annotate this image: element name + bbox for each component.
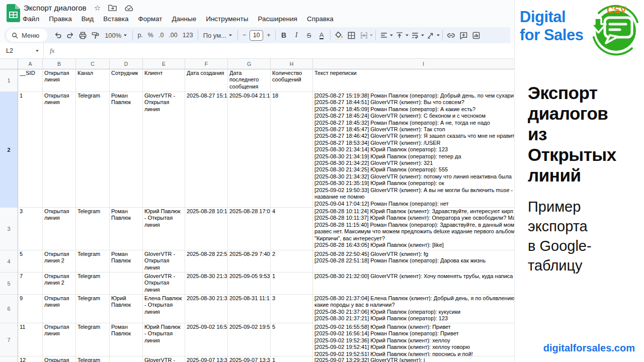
cell[interactable]: Открытая линия — [43, 356, 76, 362]
cell[interactable]: Открытая линия — [43, 208, 76, 250]
cell[interactable]: 2025-09-05 9:53 — [228, 273, 271, 295]
menu-item[interactable]: Расширения — [258, 15, 297, 23]
document-title[interactable]: Экспорт диалогов — [24, 4, 87, 12]
cell[interactable]: Открытая линия — [43, 323, 76, 356]
cell[interactable]: [2025-09-07 13:29:32] GloverVTR (клиент)… — [313, 356, 514, 362]
cell[interactable]: Открытая линия 2 — [43, 273, 76, 295]
cell[interactable]: GloverVTR - Открытая линия — [143, 250, 185, 273]
cell[interactable]: GloverVTR - Открытая линия — [143, 273, 185, 295]
merge-cells-button[interactable] — [358, 29, 370, 42]
fill-color-button[interactable] — [333, 29, 345, 42]
chevron-down-icon[interactable] — [369, 33, 373, 37]
column-header-H[interactable]: H — [271, 59, 313, 69]
chevron-down-icon[interactable] — [421, 33, 425, 37]
cell[interactable]: 3 — [18, 208, 43, 250]
menu-item[interactable]: Вставка — [103, 15, 128, 23]
cell[interactable]: Клиент — [143, 69, 185, 92]
menu-item[interactable]: Правка — [49, 15, 72, 23]
cell[interactable] — [110, 273, 143, 295]
cell[interactable]: 1 — [271, 273, 313, 295]
cell[interactable]: 2025-09-04 21:1 — [228, 92, 271, 208]
menu-item[interactable]: Инструменты — [206, 15, 248, 23]
cell[interactable]: Открытая линия — [43, 92, 76, 208]
format-percent-button[interactable]: % — [145, 32, 156, 39]
cell[interactable]: [2025-09-02 16:55:58] Юрий Павлюк (клиен… — [313, 323, 514, 356]
row-number[interactable]: 7 — [0, 323, 18, 356]
cell[interactable]: [2025-08-27 15:19:38] Роман Павлюк (опер… — [313, 92, 514, 208]
font-size-input[interactable]: 10 — [250, 30, 263, 41]
decrease-decimal-button[interactable]: .0 — [156, 32, 166, 39]
row-number[interactable]: 8 — [0, 356, 18, 362]
row-number[interactable]: 5 — [0, 273, 18, 295]
cell[interactable]: Юрий Павлюк — [110, 295, 143, 323]
menu-item[interactable]: Вид — [82, 15, 94, 23]
cell[interactable]: 2025-08-28 17:0 — [228, 208, 271, 250]
font-select[interactable]: По ум... — [200, 32, 235, 39]
zoom-select[interactable]: 100% — [102, 32, 130, 39]
cell[interactable]: [2025-08-28 10:11:24] Юрий Павлюк (клиен… — [313, 208, 514, 250]
cell[interactable]: 2025-09-07 13:3 — [228, 356, 271, 362]
cell[interactable]: 18 — [271, 92, 313, 208]
chevron-down-icon[interactable] — [405, 33, 409, 37]
row-number[interactable]: 2 — [0, 92, 18, 208]
cell[interactable]: Роман Павлюк — [110, 250, 143, 273]
decrease-font-size-button[interactable]: − — [240, 32, 249, 39]
cell[interactable]: Юрий Павлюк - Открытая линия — [143, 208, 185, 250]
redo-button[interactable] — [64, 29, 76, 42]
cell[interactable]: 2025-08-28 22:5 — [185, 250, 228, 273]
column-header-G[interactable]: G — [228, 59, 271, 69]
cell[interactable]: 2025-09-02 16:5 — [185, 323, 228, 356]
cell[interactable]: 5 — [271, 323, 313, 356]
cell[interactable]: Telegram — [76, 323, 110, 356]
cell[interactable]: Открытая линия — [43, 295, 76, 323]
cell[interactable]: 4 — [271, 208, 313, 250]
cell[interactable]: 2025-08-28 10:1 — [185, 208, 228, 250]
cell[interactable]: 2025-08-30 21:3 — [185, 273, 228, 295]
increase-decimal-button[interactable]: .00 — [166, 32, 180, 39]
cell[interactable]: Открытая линия — [43, 69, 76, 92]
text-rotation-button[interactable] — [425, 29, 437, 42]
cell[interactable]: Текст переписки — [313, 69, 514, 92]
menus-search-button[interactable]: Меню — [7, 29, 47, 42]
insert-chart-button[interactable] — [470, 29, 482, 42]
cell[interactable]: GloverVTR - Открытая линия — [143, 92, 185, 208]
increase-font-size-button[interactable]: + — [264, 32, 273, 39]
cell[interactable]: Роман Павлюк — [110, 323, 143, 356]
cell[interactable]: Канал — [76, 69, 110, 92]
chevron-down-icon[interactable] — [436, 33, 440, 37]
cell[interactable]: Telegram — [76, 273, 110, 295]
text-wrap-button[interactable] — [409, 29, 422, 42]
menu-item[interactable]: Справка — [307, 15, 334, 23]
cell[interactable]: 2025-08-29 7:40 — [228, 250, 271, 273]
website-link[interactable]: digitalforsales.com — [543, 342, 635, 354]
cloud-saved-icon[interactable] — [124, 5, 134, 12]
cell[interactable]: [2025-08-30 21:32:00] GloverVTR (клиент)… — [313, 273, 514, 295]
more-formats-button[interactable]: 123 — [180, 32, 196, 39]
cell[interactable]: GloverVTR - Открытая линия — [143, 356, 185, 362]
paint-format-button[interactable] — [89, 29, 102, 42]
cell[interactable]: 2025-09-02 19:5 — [228, 323, 271, 356]
cell[interactable]: [2025-08-30 21:37:04] Елена Павлюк (клие… — [313, 295, 514, 323]
cell[interactable]: Telegram — [76, 356, 110, 362]
cell[interactable]: 9 — [18, 295, 43, 323]
strikethrough-button[interactable]: S — [303, 29, 315, 42]
column-header-I[interactable]: I — [313, 59, 514, 69]
cell[interactable]: 1 — [271, 356, 313, 362]
google-sheets-icon[interactable] — [7, 4, 20, 22]
cell[interactable]: 2025-08-30 21:3 — [185, 295, 228, 323]
chevron-down-icon[interactable] — [389, 33, 393, 37]
cell[interactable]: 5 — [18, 250, 43, 273]
cell[interactable]: [2025-08-28 22:50:45] GloverVTR (клиент)… — [313, 250, 514, 273]
row-number[interactable]: 6 — [0, 295, 18, 323]
menu-item[interactable]: Файл — [23, 15, 39, 23]
cell[interactable]: Telegram — [76, 92, 110, 208]
column-header-C[interactable]: C — [76, 59, 110, 69]
move-folder-icon[interactable] — [108, 4, 117, 12]
cell[interactable]: Открытая линия 2 — [43, 250, 76, 273]
cell[interactable]: 2025-09-07 13:3 — [185, 356, 228, 362]
insert-link-button[interactable] — [445, 29, 457, 42]
insert-comment-button[interactable] — [457, 29, 470, 42]
cell[interactable]: 3 — [271, 295, 313, 323]
select-all-corner[interactable] — [0, 59, 18, 69]
row-number[interactable]: 3 — [0, 208, 18, 250]
